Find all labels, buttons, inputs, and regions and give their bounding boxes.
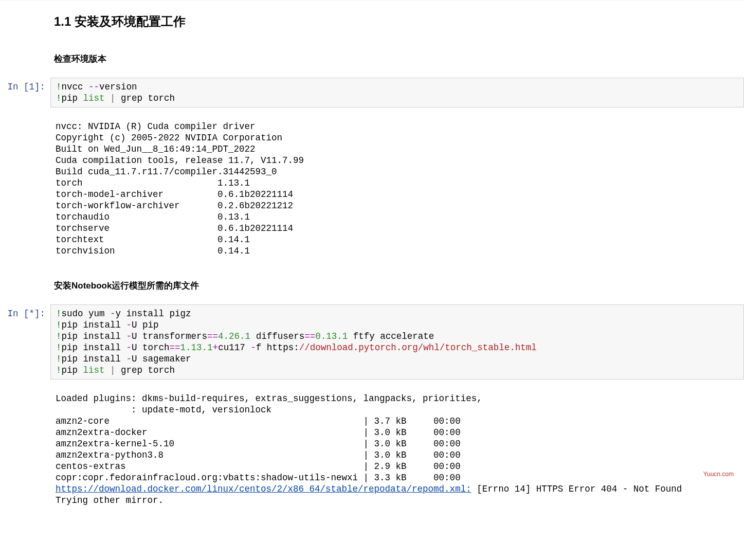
cell-1: In [1]: !nvcc --version !pip list | grep…: [0, 78, 744, 107]
code-eq: ==: [207, 331, 218, 341]
code-token: U torch: [132, 342, 170, 353]
code-flag: -: [126, 342, 132, 353]
code-token: cu117: [218, 342, 250, 353]
output-line: torchserve 0.6.1b20221114: [56, 223, 293, 233]
code-token: nvcc: [62, 82, 89, 92]
cell-2-prompt: In [*]:: [0, 304, 50, 319]
output-line: amzn2extra-kernel-5.10 | 3.0 kB 00:00: [56, 439, 461, 449]
bang-icon: !: [56, 82, 62, 92]
subheading-install-deps: 安装Notebook运行模型所需的库文件: [54, 280, 744, 292]
code-flag: -: [250, 342, 256, 353]
output-line: torch-model-archiver 0.6.1b20221114: [56, 189, 293, 200]
code-flag: -: [126, 354, 132, 364]
output-line: torchtext 0.14.1: [56, 234, 250, 245]
code-plus: +: [213, 342, 219, 353]
cell-2-output-row: Loaded plugins: dkms-build-requires, ext…: [0, 389, 744, 506]
code-token: f https:: [256, 342, 299, 353]
output-line: nvcc: NVIDIA (R) Cuda compiler driver: [56, 121, 256, 132]
code-eq: ==: [304, 331, 315, 341]
code-token: pip install: [62, 354, 126, 364]
code-token: y install pigz: [116, 309, 191, 319]
output-line: Built on Wed_Jun__8_16:49:14_PDT_2022: [56, 144, 256, 154]
output-error: [Errno 14] HTTPS Error 404 - Not Found: [471, 484, 682, 494]
code-token: U transformers: [132, 331, 207, 341]
output-line: Build cuda_11.7.r11.7/compiler.31442593_…: [56, 167, 277, 177]
code-version: 4.26.1: [218, 331, 250, 341]
cell-1-output-prompt: [0, 117, 50, 120]
code-version: 0.13.1: [315, 331, 348, 341]
watermark: Yuucn.com: [703, 471, 734, 478]
bang-icon: !: [56, 354, 62, 364]
code-token: grep torch: [121, 365, 175, 375]
output-line: torch-workflow-archiver 0.2.6b20221212: [56, 201, 293, 211]
output-line: torchvision 0.14.1: [56, 246, 250, 256]
bang-icon: !: [56, 320, 62, 330]
output-line: : update-motd, versionlock: [56, 405, 271, 415]
subheading-env-check: 检查环境版本: [54, 53, 744, 65]
cell-2-output[interactable]: Loaded plugins: dkms-build-requires, ext…: [50, 389, 744, 506]
cell-1-output-row: nvcc: NVIDIA (R) Cuda compiler driver Co…: [0, 117, 744, 257]
output-url[interactable]: https://download.docker.com/linux/centos…: [56, 484, 471, 494]
output-line: amzn2-core | 3.7 kB 00:00: [56, 416, 461, 426]
code-token: pip: [62, 365, 83, 375]
bang-icon: !: [56, 93, 62, 103]
code-flag: -: [126, 320, 132, 330]
page-title: 1.1 安装及环境配置工作: [54, 13, 744, 30]
code-token: U sagemaker: [132, 354, 191, 364]
output-line: Copyright (c) 2005-2022 NVIDIA Corporati…: [56, 133, 282, 143]
cell-1-prompt: In [1]:: [0, 78, 50, 93]
code-url: //download.pytorch.org/whl/torch_stable.…: [299, 342, 537, 353]
output-line: amzn2extra-python3.8 | 3.0 kB 00:00: [56, 450, 461, 460]
section-number: 1.1: [54, 14, 71, 28]
cell-2-output-prompt: [0, 389, 50, 392]
code-token: pip install: [62, 342, 126, 353]
code-token: ftfy accelerate: [348, 331, 434, 341]
section-title-zh: 安装及环境配置工作: [75, 14, 186, 28]
code-token: pip install: [62, 331, 126, 341]
code-version: 1.13.1: [180, 342, 213, 353]
bang-icon: !: [56, 342, 62, 353]
cell-1-output[interactable]: nvcc: NVIDIA (R) Cuda compiler driver Co…: [50, 117, 744, 257]
code-builtin: list: [83, 93, 105, 103]
code-flag: --: [88, 82, 99, 92]
output-line: Trying other mirror.: [56, 495, 164, 505]
notebook-page: 1.1 安装及环境配置工作 检查环境版本 In [1]: !nvcc --ver…: [0, 0, 744, 560]
code-pipe: |: [105, 93, 121, 103]
output-line: centos-extras | 2.9 kB 00:00: [56, 461, 461, 472]
code-token: pip: [62, 93, 83, 103]
bang-icon: !: [56, 365, 62, 375]
output-line: amzn2extra-docker | 3.0 kB 00:00: [56, 427, 461, 438]
code-flag: -: [126, 331, 132, 341]
bang-icon: !: [56, 309, 62, 319]
output-line: Cuda compilation tools, release 11.7, V1…: [56, 155, 304, 166]
code-flag: -: [110, 309, 116, 319]
code-eq: ==: [170, 342, 180, 353]
code-builtin: list: [83, 365, 105, 375]
code-token: version: [99, 82, 137, 92]
cell-2: In [*]: !sudo yum -y install pigz !pip i…: [0, 304, 744, 380]
code-token: pip install: [62, 320, 126, 330]
code-token: grep torch: [121, 93, 175, 103]
code-pipe: |: [105, 365, 121, 375]
output-line: torchaudio 0.13.1: [56, 212, 250, 222]
cell-1-code[interactable]: !nvcc --version !pip list | grep torch: [50, 78, 744, 107]
output-line: torch 1.13.1: [56, 178, 250, 188]
output-line: Loaded plugins: dkms-build-requires, ext…: [56, 393, 482, 404]
cell-2-code[interactable]: !sudo yum -y install pigz !pip install -…: [50, 304, 744, 380]
output-line: copr:copr.fedorainfracloud.org:vbatts:sh…: [56, 473, 461, 483]
code-token: U pip: [132, 320, 159, 330]
code-token: diffusers: [250, 331, 304, 341]
code-token: sudo yum: [62, 309, 111, 319]
bang-icon: !: [56, 331, 62, 341]
